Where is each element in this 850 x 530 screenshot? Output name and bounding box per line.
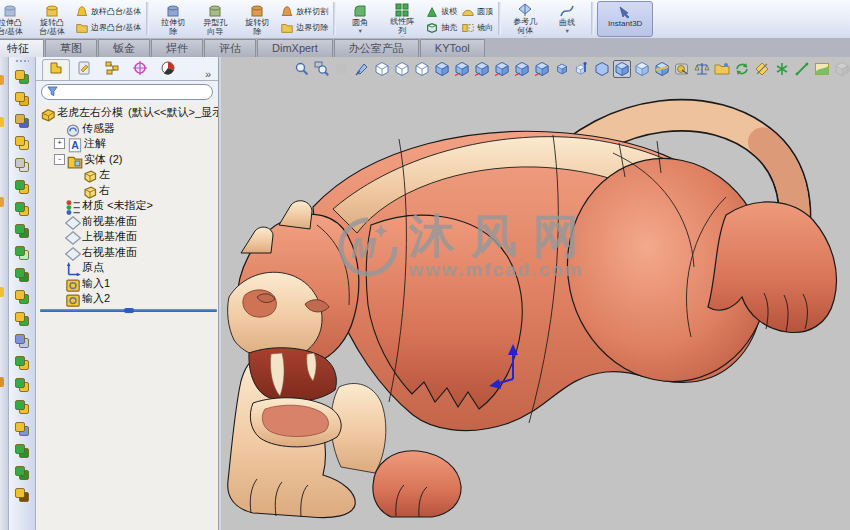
display-style-shaded-edges-icon[interactable]: [613, 60, 631, 78]
dome-button[interactable]: 圆顶: [461, 3, 493, 19]
features-pattern-1-icon[interactable]: [13, 354, 31, 372]
tab-焊件[interactable]: 焊件: [151, 39, 203, 57]
display-style-shaded-icon[interactable]: [593, 60, 611, 78]
features-pattern-2-icon[interactable]: [13, 376, 31, 394]
tab-钣金[interactable]: 钣金: [98, 39, 150, 57]
view-orientation-1-icon[interactable]: [453, 60, 471, 78]
tab-DimXpert[interactable]: DimXpert: [257, 39, 333, 57]
tab-评估[interactable]: 评估: [204, 39, 256, 57]
features-shell-icon[interactable]: [13, 244, 31, 262]
view-orientation-4-icon[interactable]: [513, 60, 531, 78]
tree-item[interactable]: 右: [39, 183, 218, 199]
featuremanager-tab[interactable]: [42, 59, 70, 80]
tree-expander[interactable]: +: [54, 138, 65, 149]
dimxpertmanager-tab[interactable]: [126, 59, 154, 80]
mass-properties-icon[interactable]: [693, 60, 711, 78]
propertymanager-tab[interactable]: [70, 59, 98, 80]
extruded-cut-button[interactable]: 拉伸切除: [152, 1, 194, 37]
tree-item[interactable]: 右视基准面: [39, 245, 218, 261]
tree-item[interactable]: 原点: [39, 260, 218, 276]
view-wireframe-icon[interactable]: [373, 60, 391, 78]
fillet-button[interactable]: 圆角▼: [339, 1, 381, 37]
tiger-body-group[interactable]: [228, 115, 837, 517]
displaymanager-tab[interactable]: [154, 59, 182, 80]
star-tool-icon[interactable]: [773, 60, 791, 78]
normal-to-icon[interactable]: [573, 60, 591, 78]
graphics-viewport[interactable]: M 沐风网 www.mfcad.com: [221, 57, 850, 530]
tree-item[interactable]: 输入2: [39, 291, 218, 307]
features-draft-u-icon[interactable]: [13, 332, 31, 350]
hole-wizard-button[interactable]: 异型孔向导: [194, 1, 236, 37]
features-cut-1-icon[interactable]: [13, 178, 31, 196]
sketch-line-tool-icon[interactable]: [793, 60, 811, 78]
tree-item[interactable]: -实体 (2): [39, 152, 218, 168]
extruded-boss-base-button[interactable]: 拉伸凸台/基体: [0, 1, 31, 37]
features-boss-base-icon[interactable]: [13, 90, 31, 108]
draft-button[interactable]: 拔模: [425, 3, 457, 19]
tab-特征[interactable]: 特征: [0, 39, 44, 57]
features-anchor-icon[interactable]: [13, 112, 31, 130]
view-single-icon[interactable]: [553, 60, 571, 78]
tree-item[interactable]: 上视基准面: [39, 229, 218, 245]
scene-thumbnail-icon[interactable]: [813, 60, 831, 78]
revolved-cut-button[interactable]: 旋转切除: [236, 1, 278, 37]
revolved-boss-base-button[interactable]: 旋转凸台/基体: [31, 1, 73, 37]
tree-filter-input[interactable]: [62, 86, 207, 99]
features-extrude-boss-icon[interactable]: [13, 68, 31, 86]
toolbar-grip[interactable]: [15, 59, 29, 63]
features-combine-1-icon[interactable]: [13, 288, 31, 306]
features-loft-icon[interactable]: [13, 134, 31, 152]
rollback-bar[interactable]: [40, 309, 217, 312]
plane-display-icon[interactable]: [753, 60, 771, 78]
view-orientation-3-icon[interactable]: [493, 60, 511, 78]
curves-button[interactable]: 曲线▼: [546, 1, 588, 37]
dropdown-caret-icon[interactable]: ▼: [358, 29, 363, 34]
boundary-cut-button[interactable]: 边界切除: [280, 19, 328, 35]
apply-scene-icon[interactable]: [653, 60, 671, 78]
lofted-boss-base-button[interactable]: 放样凸台/基体: [75, 3, 141, 19]
view-hidden-lines-visible-icon[interactable]: [393, 60, 411, 78]
view-shaded-with-edges-icon[interactable]: [433, 60, 451, 78]
tree-item[interactable]: 输入1: [39, 276, 218, 292]
features-sweep-disabled-icon[interactable]: [13, 156, 31, 174]
panel-tabs-overflow[interactable]: »: [202, 68, 214, 80]
linear-pattern-button[interactable]: 线性阵列▼: [381, 1, 423, 37]
view-orientation-5-icon[interactable]: [533, 60, 551, 78]
features-combine-2-icon[interactable]: [13, 310, 31, 328]
tab-办公室产品[interactable]: 办公室产品: [334, 39, 419, 57]
configurationmanager-tab[interactable]: [98, 59, 126, 80]
tree-item[interactable]: 前视基准面: [39, 214, 218, 230]
lofted-cut-button[interactable]: 放样切割: [280, 3, 328, 19]
section-view-icon[interactable]: [353, 60, 371, 78]
features-dome-icon[interactable]: [13, 222, 31, 240]
zoom-to-fit-icon[interactable]: [293, 60, 311, 78]
features-draft-icon[interactable]: [13, 266, 31, 284]
zoom-to-area-icon[interactable]: [313, 60, 331, 78]
tab-草图[interactable]: 草图: [45, 39, 97, 57]
view-hidden-lines-removed-icon[interactable]: [413, 60, 431, 78]
measure-tool-icon[interactable]: [673, 60, 691, 78]
features-cut-2-icon[interactable]: [13, 200, 31, 218]
tree-item[interactable]: 材质 <未指定>: [39, 198, 218, 214]
boundary-boss-base-button[interactable]: 边界凸台/基体: [75, 19, 141, 35]
tree-root-item[interactable]: 老虎左右分模(默认<<默认>_显示: [39, 105, 218, 121]
instant3d-button[interactable]: Instant3D: [597, 1, 653, 37]
tiger-3d-model[interactable]: [221, 57, 850, 530]
tree-expander[interactable]: -: [54, 154, 65, 165]
tree-item[interactable]: 左: [39, 167, 218, 183]
features-circular-pattern-icon[interactable]: [13, 464, 31, 482]
shell-button[interactable]: 抽壳: [425, 19, 457, 35]
tree-item[interactable]: 传感器: [39, 121, 218, 137]
edit-appearance-icon[interactable]: [713, 60, 731, 78]
reference-geometry-button[interactable]: 参考几何体▼: [504, 1, 546, 37]
features-instant-icon[interactable]: [13, 486, 31, 504]
tab-KYTool[interactable]: KYTool: [420, 39, 485, 57]
features-pattern-3-icon[interactable]: [13, 398, 31, 416]
features-move-body-icon[interactable]: [13, 420, 31, 438]
dropdown-caret-icon[interactable]: ▼: [565, 29, 570, 34]
features-hole-series-icon[interactable]: [13, 442, 31, 460]
tree-item[interactable]: +A注解: [39, 136, 218, 152]
view-orientation-2-icon[interactable]: [473, 60, 491, 78]
display-style-flat-icon[interactable]: [633, 60, 651, 78]
rotate-view-icon[interactable]: [733, 60, 751, 78]
